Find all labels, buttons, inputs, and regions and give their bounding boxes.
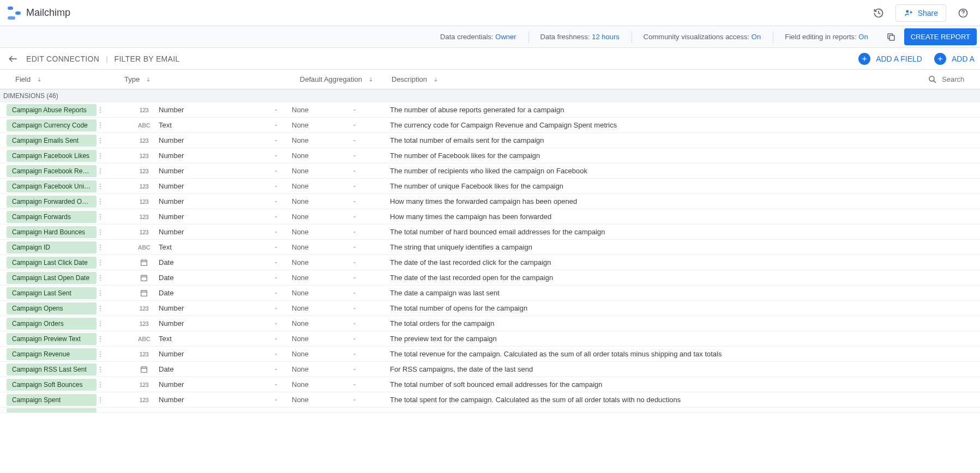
col-type[interactable]: Type xyxy=(124,75,288,83)
col-field[interactable]: Field xyxy=(15,75,124,83)
row-menu-icon[interactable] xyxy=(97,259,109,266)
field-chip[interactable]: Campaign Abuse Reports xyxy=(7,104,97,116)
row-menu-icon[interactable] xyxy=(97,228,109,236)
field-editing[interactable]: Field editing in reports: On xyxy=(773,33,880,41)
field-chip[interactable]: Campaign Emails Sent xyxy=(7,135,97,147)
field-chip[interactable]: Campaign Forwarded Op… xyxy=(7,196,97,208)
type-dropdown[interactable]: Number xyxy=(159,380,279,389)
field-search[interactable] xyxy=(928,75,980,84)
data-freshness[interactable]: Data freshness: 12 hours xyxy=(528,33,632,41)
community-viz-access[interactable]: Community visualizations access: On xyxy=(632,33,773,41)
add-parameter-button[interactable]: ADD A xyxy=(934,53,975,65)
type-dropdown[interactable]: Number xyxy=(159,319,279,328)
type-dropdown[interactable]: Number xyxy=(159,106,279,114)
row-menu-icon[interactable] xyxy=(97,198,109,205)
row-menu-icon[interactable] xyxy=(97,213,109,221)
aggregation-dropdown[interactable]: None xyxy=(292,197,357,205)
row-menu-icon[interactable] xyxy=(97,381,109,389)
row-menu-icon[interactable] xyxy=(97,152,109,160)
row-menu-icon[interactable] xyxy=(97,122,109,129)
field-chip[interactable]: Campaign Facebook Uniq… xyxy=(7,180,97,192)
aggregation-dropdown[interactable]: None xyxy=(292,136,357,144)
row-menu-icon[interactable] xyxy=(97,335,109,343)
type-dropdown[interactable]: Number xyxy=(159,213,279,221)
back-arrow-icon[interactable] xyxy=(8,53,19,64)
aggregation-dropdown[interactable]: None xyxy=(292,228,357,236)
field-chip[interactable]: Campaign Soft Bounces xyxy=(7,379,97,391)
row-menu-icon[interactable] xyxy=(97,106,109,114)
field-chip[interactable]: Campaign Revenue xyxy=(7,348,97,360)
row-menu-icon[interactable] xyxy=(97,396,109,404)
aggregation-dropdown[interactable]: None xyxy=(292,396,357,404)
field-chip[interactable]: Campaign Last Sent xyxy=(7,287,97,299)
row-menu-icon[interactable] xyxy=(97,137,109,144)
edit-connection-link[interactable]: EDIT CONNECTION xyxy=(26,54,99,63)
copy-icon[interactable] xyxy=(881,27,901,47)
row-menu-icon[interactable] xyxy=(97,305,109,312)
row-menu-icon[interactable] xyxy=(97,274,109,282)
type-dropdown[interactable]: Number xyxy=(159,136,279,144)
type-dropdown[interactable]: Number xyxy=(159,167,279,175)
type-dropdown[interactable]: Number xyxy=(159,396,279,404)
aggregation-dropdown[interactable]: None xyxy=(292,106,357,114)
aggregation-dropdown[interactable]: None xyxy=(292,365,357,373)
type-dropdown[interactable]: Number xyxy=(159,304,279,312)
history-icon[interactable] xyxy=(869,4,888,22)
type-dropdown[interactable]: Date xyxy=(159,274,279,282)
row-menu-icon[interactable] xyxy=(97,289,109,297)
field-chip[interactable]: Campaign Preview Text xyxy=(7,333,97,345)
type-dropdown[interactable]: Text xyxy=(159,335,279,343)
svg-point-83 xyxy=(100,381,101,383)
field-chip[interactable]: Campaign Last Open Date xyxy=(7,272,97,284)
row-menu-icon[interactable] xyxy=(97,183,109,190)
help-icon[interactable] xyxy=(954,4,972,22)
field-chip[interactable]: Campaign Facebook Likes xyxy=(7,150,97,162)
row-menu-icon[interactable] xyxy=(97,167,109,175)
row-menu-icon[interactable] xyxy=(97,320,109,328)
share-button[interactable]: Share xyxy=(895,4,946,22)
type-dropdown[interactable]: Number xyxy=(159,151,279,160)
type-dropdown[interactable]: Text xyxy=(159,121,279,129)
aggregation-dropdown[interactable]: None xyxy=(292,151,357,160)
row-menu-icon[interactable] xyxy=(97,350,109,358)
type-dropdown[interactable]: Number xyxy=(159,228,279,236)
aggregation-dropdown[interactable]: None xyxy=(292,167,357,175)
aggregation-dropdown[interactable]: None xyxy=(292,258,357,266)
aggregation-dropdown[interactable]: None xyxy=(292,243,357,251)
col-description[interactable]: Description xyxy=(392,75,928,83)
col-aggregation[interactable]: Default Aggregation xyxy=(288,75,392,83)
aggregation-dropdown[interactable]: None xyxy=(292,121,357,129)
type-dropdown[interactable]: Number xyxy=(159,197,279,205)
aggregation-dropdown[interactable]: None xyxy=(292,380,357,389)
type-dropdown[interactable]: Date xyxy=(159,258,279,266)
field-chip[interactable]: Campaign Facebook Reci… xyxy=(7,165,97,177)
field-chip[interactable]: Campaign Forwards xyxy=(7,211,97,223)
field-chip[interactable]: Campaign Orders xyxy=(7,318,97,330)
data-credentials[interactable]: Data credentials: Owner xyxy=(428,33,528,41)
type-dropdown[interactable]: Number xyxy=(159,182,279,190)
field-chip[interactable]: Campaign Opens xyxy=(7,302,97,314)
aggregation-dropdown[interactable]: None xyxy=(292,274,357,282)
field-chip[interactable]: Campaign ID xyxy=(7,241,97,253)
aggregation-dropdown[interactable]: None xyxy=(292,213,357,221)
type-dropdown[interactable]: Text xyxy=(159,243,279,251)
field-chip[interactable]: Campaign Spent xyxy=(7,394,97,406)
aggregation-dropdown[interactable]: None xyxy=(292,304,357,312)
field-chip[interactable]: Campaign Currency Code xyxy=(7,119,97,131)
type-dropdown[interactable]: Date xyxy=(159,289,279,297)
field-chip[interactable]: Campaign Last Click Date xyxy=(7,257,97,269)
aggregation-dropdown[interactable]: None xyxy=(292,335,357,343)
type-dropdown[interactable]: Number xyxy=(159,350,279,358)
search-input[interactable] xyxy=(942,75,975,83)
aggregation-dropdown[interactable]: None xyxy=(292,289,357,297)
field-chip[interactable]: Campaign RSS Last Sent xyxy=(7,363,97,375)
aggregation-dropdown[interactable]: None xyxy=(292,319,357,328)
add-field-button[interactable]: ADD A FIELD xyxy=(858,53,922,65)
create-report-button[interactable]: CREATE REPORT xyxy=(904,28,977,45)
row-menu-icon[interactable] xyxy=(97,244,109,251)
row-menu-icon[interactable] xyxy=(97,366,109,373)
aggregation-dropdown[interactable]: None xyxy=(292,350,357,358)
type-dropdown[interactable]: Date xyxy=(159,365,279,373)
field-chip[interactable]: Campaign Hard Bounces xyxy=(7,226,97,238)
aggregation-dropdown[interactable]: None xyxy=(292,182,357,190)
